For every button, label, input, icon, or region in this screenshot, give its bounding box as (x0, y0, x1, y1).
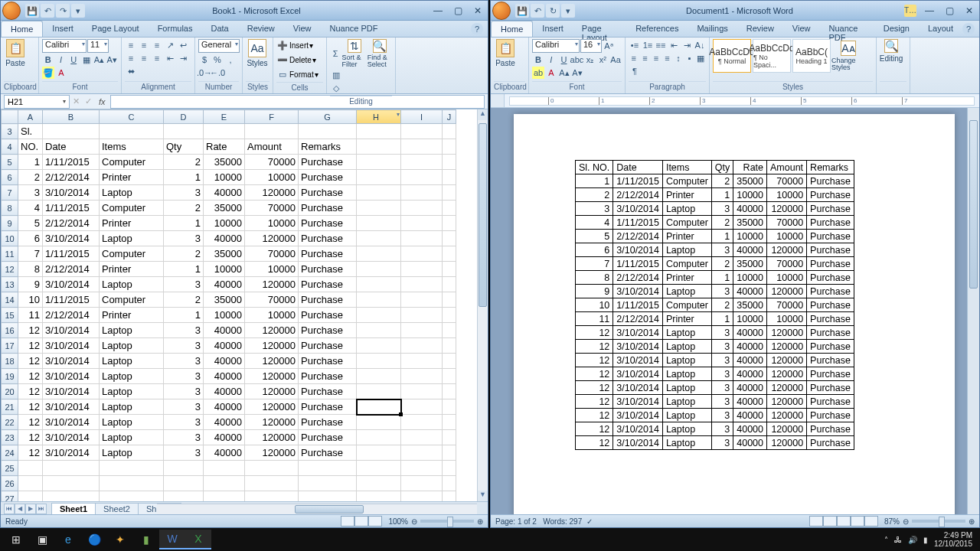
cell[interactable]: Laptop (100, 354, 164, 369)
cell[interactable]: 12 (18, 445, 43, 461)
table-cell[interactable]: 70000 (767, 174, 807, 188)
maximize-button[interactable]: ▢ (448, 3, 468, 18)
row-header-9[interactable]: 9 (2, 216, 18, 231)
cell[interactable]: 5 (18, 216, 43, 231)
cell[interactable]: 12 (18, 323, 43, 338)
shrink-font-button[interactable]: A▾ (106, 54, 118, 66)
cell[interactable]: 3 (164, 399, 204, 415)
currency-button[interactable]: $ (198, 54, 211, 66)
cell[interactable]: Purchase (299, 323, 357, 338)
cell[interactable] (357, 323, 401, 338)
cell[interactable]: 3 (164, 185, 204, 201)
table-cell[interactable]: 12 (576, 354, 613, 367)
cell[interactable]: 1 (164, 170, 204, 185)
cell[interactable]: 2 (164, 292, 204, 308)
table-cell[interactable]: 1/11/2015 (613, 257, 663, 271)
sort-button[interactable]: A↓ (694, 39, 706, 51)
cell[interactable]: 10000 (245, 308, 299, 323)
increase-indent-button[interactable]: ⇥ (177, 52, 189, 64)
cell[interactable]: 120000 (245, 185, 299, 201)
undo-icon[interactable]: ↶ (531, 4, 544, 18)
cell[interactable]: 120000 (245, 231, 299, 246)
cell[interactable]: 3 (164, 384, 204, 399)
table-cell[interactable]: Computer (662, 257, 711, 271)
cell[interactable]: Computer (100, 201, 164, 216)
cell[interactable] (357, 262, 401, 277)
cell[interactable]: 10000 (245, 262, 299, 277)
sheet-tab-sheet2[interactable]: Sheet2 (95, 503, 139, 514)
table-cell[interactable]: 1 (711, 271, 733, 285)
table-header[interactable]: Date (613, 161, 663, 174)
table-cell[interactable]: 2/12/2014 (613, 271, 663, 285)
cell[interactable] (245, 491, 299, 502)
cell[interactable]: 40000 (204, 338, 245, 354)
minimize-button[interactable]: — (428, 3, 448, 18)
table-cell[interactable]: 10000 (767, 312, 807, 326)
cell[interactable]: Computer (100, 292, 164, 308)
align-right-button[interactable]: ≡ (151, 52, 163, 64)
zoom-level[interactable]: 87% (884, 517, 900, 526)
cell[interactable]: 2 (164, 246, 204, 262)
cell[interactable] (443, 170, 456, 185)
cell[interactable]: 35000 (204, 201, 245, 216)
cell[interactable] (357, 231, 401, 246)
table-cell[interactable]: 10000 (767, 271, 807, 285)
table-cell[interactable]: 12 (576, 409, 613, 422)
cell[interactable]: Laptop (100, 185, 164, 201)
cell[interactable]: 3/10/2014 (43, 231, 100, 246)
cell[interactable] (401, 430, 443, 445)
table-cell[interactable]: Laptop (662, 340, 711, 354)
excel-vscrollbar[interactable]: ▲▼ (477, 109, 488, 501)
cell[interactable]: 120000 (245, 384, 299, 399)
table-cell[interactable]: 2 (711, 257, 733, 271)
word-tool-icon[interactable]: T… (904, 5, 916, 17)
cell[interactable]: 40000 (204, 445, 245, 461)
table-cell[interactable]: 2 (711, 298, 733, 312)
cell[interactable]: 120000 (245, 354, 299, 369)
tab-mailings[interactable]: Mailings (688, 21, 737, 37)
table-cell[interactable]: 3/10/2014 (613, 340, 663, 354)
orientation-button[interactable]: ↗ (164, 39, 176, 51)
cell[interactable]: Amount (245, 139, 299, 155)
cell[interactable] (443, 231, 456, 246)
cell[interactable] (100, 461, 164, 476)
cell[interactable] (443, 491, 456, 502)
table-cell[interactable]: 1/11/2015 (613, 174, 663, 188)
cell[interactable]: 2/12/2014 (43, 170, 100, 185)
zoom-slider[interactable] (912, 520, 965, 523)
find-select-button[interactable]: 🔍Find & Select (368, 39, 392, 68)
row-header-10[interactable]: 10 (2, 231, 18, 246)
paste-button[interactable]: 📋Paste (494, 39, 517, 67)
table-header[interactable]: Rate (733, 161, 767, 174)
cell[interactable]: Purchase (299, 369, 357, 384)
superscript-button[interactable]: x² (596, 54, 609, 66)
name-box[interactable]: H21▾ (4, 95, 70, 109)
tab-references[interactable]: References (626, 21, 688, 37)
cell[interactable]: 35000 (204, 155, 245, 170)
align-right-button[interactable]: ≡ (651, 52, 662, 64)
cell[interactable]: Purchase (299, 415, 357, 430)
cell[interactable] (164, 476, 204, 491)
scroll-down-icon[interactable]: ▼ (478, 491, 488, 501)
row-header-21[interactable]: 21 (2, 399, 18, 415)
sheet-nav-next-icon[interactable]: ▶ (25, 504, 36, 514)
style--no-spaci-[interactable]: AaBbCcDd¶ No Spaci... (753, 39, 791, 73)
italic-button[interactable]: I (545, 54, 557, 66)
table-cell[interactable]: Purchase (807, 285, 854, 298)
cell[interactable]: 120000 (245, 323, 299, 338)
table-cell[interactable]: 120000 (767, 367, 807, 381)
cell[interactable] (357, 430, 401, 445)
clear-button[interactable]: ◇ (330, 82, 342, 94)
table-header[interactable]: Remarks (807, 161, 854, 174)
table-cell[interactable]: 10000 (767, 230, 807, 243)
cell[interactable]: 1 (18, 155, 43, 170)
cell[interactable] (401, 308, 443, 323)
cell[interactable] (357, 139, 401, 155)
table-cell[interactable]: 12 (576, 367, 613, 381)
full-screen-button[interactable] (823, 516, 837, 527)
bold-button[interactable]: B (42, 54, 54, 66)
change-case-button[interactable]: Aa (609, 54, 622, 66)
cell[interactable] (357, 415, 401, 430)
table-cell[interactable]: 40000 (733, 202, 767, 216)
line-spacing-button[interactable]: ↕ (673, 52, 684, 64)
